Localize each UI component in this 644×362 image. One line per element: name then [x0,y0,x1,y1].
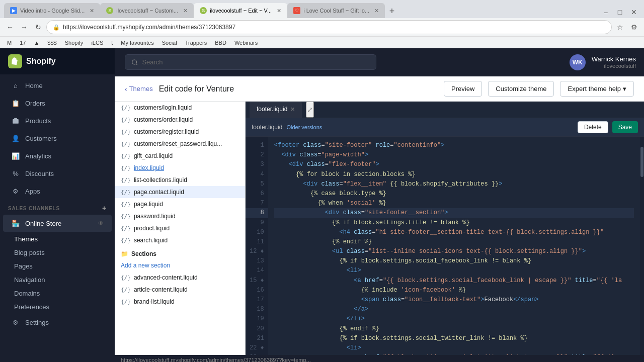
sidebar-sub-blog-posts[interactable]: Blog posts [0,246,115,259]
code-line-21: {% if block.settings.social_twitter_link… [274,334,634,343]
sidebar-sub-themes[interactable]: Themes [0,232,115,246]
bookmark-money[interactable]: $$$ [44,39,59,46]
bookmark-drive[interactable]: ▲ [31,39,42,46]
close-btn[interactable]: ✕ [628,6,640,18]
bookmark-calendar[interactable]: 17 [17,39,29,46]
file-name: customers/order.liquid [134,116,193,123]
forward-btn[interactable]: → [18,21,30,33]
bookmark-bbd[interactable]: BBD [212,39,229,46]
preview-btn[interactable]: Preview [444,81,482,97]
liquid-icon: {/} [121,153,131,159]
code-lines[interactable]: <footer class="site-footer" role="conten… [268,137,640,355]
shopify-logo: Shopify [8,54,56,68]
browser-tab-4[interactable]: ♡ i Love Cool Stuff ~ Gift lo... ✕ [287,3,385,18]
bookmark-trappers[interactable]: Trappers [182,39,210,46]
address-text: https://ilovecoolstuff.myshopify.com/adm… [63,24,235,31]
bookmark-webinars[interactable]: Webinars [231,39,261,46]
file-item-list-collections[interactable]: {/} list-collections.liquid [115,174,245,186]
sidebar-item-discounts[interactable]: % Discounts [3,165,112,182]
online-store-icon: 🏪 [11,219,20,228]
bookmark-gmail[interactable]: M [4,39,15,46]
sidebar-item-apps[interactable]: ⚙ Apps [3,183,112,200]
bookmark-btn[interactable]: ☆ [614,21,626,33]
add-section-link[interactable]: Add a new section [115,259,245,272]
editor-header-actions: Delete Save [578,121,638,133]
sidebar-label-home: Home [25,82,43,89]
file-item-page[interactable]: {/} page.liquid [115,198,245,210]
file-item-index[interactable]: {/} index.liquid [115,162,245,174]
customize-theme-btn[interactable]: Customize theme [488,81,554,97]
address-bar[interactable]: 🔒 https://ilovecoolstuff.myshopify.com/a… [46,20,612,34]
sidebar-item-orders[interactable]: 📋 Orders [3,95,112,112]
sidebar-sub-preferences[interactable]: Preferences [0,300,115,314]
older-versions-link[interactable]: Older versions [286,124,322,130]
file-item-product[interactable]: {/} product.liquid [115,222,245,234]
bookmarks-bar: M 17 ▲ $$$ Shopify iLCS t My favourites … [0,36,644,48]
file-name: product.liquid [134,225,170,232]
line-num-9: 9 [246,218,268,228]
sidebar-item-settings[interactable]: ⚙ Settings [3,314,112,331]
file-item-register[interactable]: {/} customers/register.liquid [115,126,245,138]
browser-tab-3[interactable]: S ilovecoolstuff ~ Edit ~ V... ✕ [194,3,287,18]
file-item-page-contact[interactable]: {/} page.contact.liquid [115,186,245,198]
line-num-16: 16 [246,286,268,295]
sidebar-item-products[interactable]: Products [3,112,112,129]
line-num-10: 10 [246,228,268,237]
line-num-15: 15 ♦ [246,276,268,286]
bookmark-social[interactable]: Social [159,39,180,46]
user-name: Warrick Kernes [592,55,636,63]
back-link[interactable]: ‹ Themes [125,85,153,93]
file-item-order[interactable]: {/} customers/order.liquid [115,114,245,126]
fullscreen-btn[interactable]: ⤢ [306,102,314,118]
file-item-gift-card[interactable]: {/} gift_card.liquid [115,150,245,162]
file-item-reset-password[interactable]: {/} customers/reset_password.liqu... [115,138,245,150]
file-name: list-collections.liquid [134,176,187,184]
sidebar-sub-navigation[interactable]: Navigation [0,273,115,287]
file-item-advanced-content[interactable]: {/} advanced-content.liquid [115,272,245,284]
file-link[interactable]: index.liquid [134,164,164,171]
browser-tab-2[interactable]: S ilovecoolstuff ~ Custom... ✕ [100,3,194,18]
bookmark-favourites[interactable]: My favourites [118,39,156,46]
sidebar-sub-pages[interactable]: Pages [0,259,115,273]
maximize-btn[interactable]: □ [614,6,626,18]
file-item-password[interactable]: {/} password.liquid [115,210,245,222]
close-tab-icon[interactable]: ✕ [290,106,295,113]
code-line-6: {% case block.type %} [274,189,634,199]
file-item-brand-list[interactable]: {/} brand-list.liquid [115,296,245,308]
shopify-logo-icon [8,54,22,68]
file-name: page.contact.liquid [134,189,184,196]
code-line-2: <div class="page-width"> [274,150,634,160]
file-item-search[interactable]: {/} search.liquid [115,234,245,246]
eye-icon[interactable]: 👁 [98,220,104,226]
sidebar-item-customers[interactable]: 👤 Customers [3,130,112,147]
editor-tab-footer[interactable]: footer.liquid ✕ [250,102,302,118]
sidebar-item-home[interactable]: ⌂ Home [3,77,112,94]
new-tab-btn[interactable]: + [385,4,399,18]
browser-tab-1[interactable]: ▶ Video intro - Google Slid... ✕ [4,3,100,18]
minimize-btn[interactable]: – [600,6,612,18]
sidebar-label-analytics: Analytics [25,152,51,160]
file-item-login[interactable]: {/} customers/login.liquid [115,102,245,114]
back-btn[interactable]: ← [4,21,16,33]
header-user-info: Warrick Kernes ilovecoolstuff [592,55,636,69]
sidebar-item-online-store[interactable]: 🏪 Online Store 👁 [3,215,112,232]
save-btn[interactable]: Save [612,121,638,133]
bookmark-t[interactable]: t [108,39,116,46]
delete-btn[interactable]: Delete [578,121,608,133]
shopify-logo-text: Shopify [26,57,56,66]
search-input[interactable] [142,58,370,66]
extensions-btn[interactable]: ⚙ [628,21,640,33]
refresh-btn[interactable]: ↻ [32,21,44,33]
code-line-5: <div class="flex__item" {{ block.shopify… [274,179,634,189]
file-item-article-content[interactable]: {/} article-content.liquid [115,284,245,296]
v-scrollbar-thumb[interactable] [640,147,643,177]
add-channel-btn[interactable]: + [102,204,107,212]
sidebar-label-pages: Pages [14,262,33,270]
sidebar-label-discounts: Discounts [25,170,54,177]
expert-help-btn[interactable]: Expert theme help ▾ [560,81,634,97]
bookmark-ilcs[interactable]: iLCS [88,39,106,46]
sidebar-item-analytics[interactable]: 📊 Analytics [3,147,112,164]
sidebar-sub-domains[interactable]: Domains [0,287,115,300]
bookmark-shopify[interactable]: Shopify [62,39,87,46]
sidebar-nav: ⌂ Home 📋 Orders Products 👤 Customers 📊 A… [0,74,115,362]
